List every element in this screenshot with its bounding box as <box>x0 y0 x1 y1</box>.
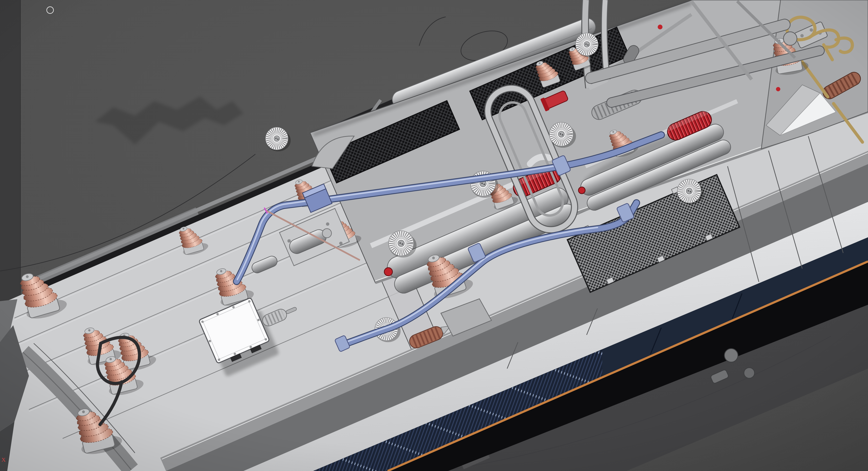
viewport-canvas[interactable]: X <box>0 0 868 471</box>
axis-label-x: X <box>1 457 5 463</box>
